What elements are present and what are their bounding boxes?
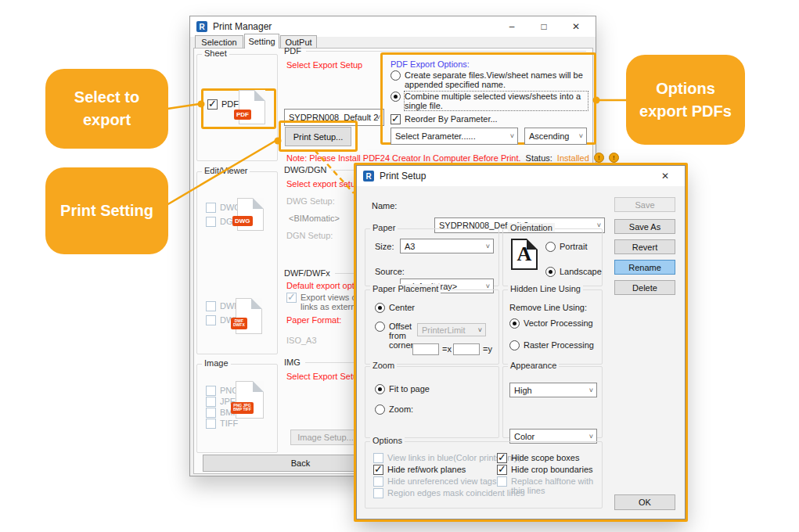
warning-icon[interactable]: ! [594,153,604,163]
hide-ref-planes-checkbox[interactable] [373,465,383,475]
source-label: Source: [375,267,405,276]
pdf-file-icon: PDF [239,90,265,124]
hide-ref-planes-label: Hide ref/work planes [387,465,466,474]
reorder-checkbox-row[interactable]: Reorder By Parameter... [391,114,588,124]
reorder-checkbox[interactable] [391,114,401,124]
offset-y-input[interactable] [453,343,480,355]
hide-view-tags-checkbox[interactable] [373,476,383,487]
save-button[interactable]: Save [614,197,675,212]
dgn-checkbox[interactable] [206,217,216,227]
maximize-icon[interactable]: □ [531,17,557,36]
sort-order-dropdown[interactable]: Ascending [524,128,587,145]
zoom-radio-row[interactable]: Zoom: [375,404,413,415]
rename-button[interactable]: Rename [614,260,675,275]
raster-processing-radio[interactable] [509,340,520,350]
replace-halftone-checkbox-row[interactable]: Replace halftone with thin lines [497,476,602,495]
portrait-radio[interactable] [545,242,556,252]
callout-select-to-export: Select to export [45,69,168,149]
fit-to-page-radio-row[interactable]: Fit to page [375,384,430,394]
portrait-radio-row[interactable]: Portrait [545,242,587,252]
ok-button[interactable]: OK [614,494,675,510]
orientation-group-label: Orientation [508,223,555,232]
close-icon[interactable]: ✕ [563,17,589,36]
png-checkbox[interactable] [206,386,216,396]
export-views-checkbox[interactable] [286,293,297,303]
paper-group: Paper Size: A3 Source: <default tray> [365,228,499,286]
appearance-group-label: Appearance [508,361,559,370]
png-checkbox-row[interactable]: PNG [206,386,239,396]
separate-files-label: Create separate files.View/sheet names w… [405,70,588,89]
vector-processing-radio-row[interactable]: Vector Processing [509,318,593,329]
pdf-checkbox-row[interactable]: PDF [207,99,239,110]
tiff-checkbox-row[interactable]: TIFF [206,419,238,429]
options-group: Options View links in blue(Color prints … [365,441,603,509]
hide-view-tags-checkbox-row[interactable]: Hide unreferenced view tags [373,476,496,487]
dialog-title: Print Setup [380,171,426,182]
dwfx-checkbox[interactable] [206,315,216,325]
print-setup-dialog-wrapper: R Print Setup ✕ Name: SYDPRN008_Default … [354,163,688,522]
status-label: Status: [526,153,552,163]
image-setup-button[interactable]: Image Setup... [290,430,361,445]
raster-processing-label: Raster Processing [524,340,594,350]
center-radio[interactable] [375,303,385,313]
hide-ref-planes-checkbox-row[interactable]: Hide ref/work planes [373,465,466,475]
tiff-checkbox[interactable] [206,419,216,429]
raster-processing-radio-row[interactable]: Raster Processing [509,340,594,350]
quality-dropdown[interactable]: High [509,383,597,397]
center-radio-row[interactable]: Center [375,303,415,313]
fit-to-page-radio[interactable] [375,384,385,394]
note-text: Note: Please Install PDF24 Creator In Co… [286,153,521,163]
dwf-checkbox-row[interactable]: DWF [206,301,239,311]
paper-format-value: ISO_A3 [286,336,317,345]
separate-files-radio-row[interactable]: Create separate files.View/sheet names w… [391,70,588,89]
delete-button[interactable]: Delete [614,280,675,295]
hide-crop-boundaries-checkbox[interactable] [497,465,507,475]
offset-radio[interactable] [375,322,385,332]
dwg-setup-label: DWG Setup: [286,196,335,206]
offset-dropdown[interactable]: PrinterLimit [417,323,486,336]
revert-button[interactable]: Revert [614,239,675,254]
offset-x-input[interactable] [412,343,439,355]
size-label: Size: [375,242,394,251]
parameter-dropdown[interactable]: Select Parameter...... [391,128,518,145]
hide-scope-boxes-checkbox-row[interactable]: Hide scope boxes [497,453,579,463]
tab-selection[interactable]: Selection [195,35,243,49]
dwg-checkbox-row[interactable]: DWG [206,203,241,213]
dwg-checkbox[interactable] [206,203,216,213]
replace-halftone-label: Replace halftone with thin lines [511,476,602,495]
pdf-checkbox[interactable] [207,99,218,110]
options-group-label: Options [370,436,405,445]
export-setup-dropdown[interactable]: SYDPRN008_Default 2 [284,109,384,126]
image-group-label: Image [202,358,231,368]
jpeg-checkbox[interactable] [206,397,216,407]
landscape-radio[interactable] [545,267,556,277]
warning-icon[interactable]: ! [609,153,619,163]
region-edges-checkbox[interactable] [373,488,383,498]
callout-print-setting: Print Setting [45,167,168,254]
dwg-file-icon: DWG [237,198,264,231]
tab-setting[interactable]: Setting [244,34,279,49]
fit-to-page-label: Fit to page [389,384,430,394]
hide-crop-boundaries-checkbox-row[interactable]: Hide crop boundaries [497,465,593,475]
close-icon[interactable]: ✕ [652,167,678,185]
edit-viewer-group-label: Edit/Viewer [202,166,250,175]
print-setup-button[interactable]: Print Setup... [285,127,351,146]
landscape-radio-row[interactable]: Landscape [545,267,602,277]
hide-scope-boxes-checkbox[interactable] [497,453,507,463]
separate-files-radio[interactable] [391,70,401,81]
minimize-icon[interactable]: – [498,17,525,36]
window-title: Print Manager [213,21,272,32]
orientation-group: Orientation A Portrait Landscape [502,228,603,286]
paper-placement-group: Paper Placement Center Offset from corne… [365,289,499,365]
replace-halftone-checkbox[interactable] [497,476,507,487]
zoom-radio[interactable] [375,404,385,415]
size-dropdown[interactable]: A3 [400,239,494,253]
combine-files-radio-row[interactable]: Combine multiple selected views/sheets i… [391,92,588,110]
bmp-checkbox[interactable] [206,408,216,418]
view-links-checkbox[interactable] [373,453,383,463]
vector-processing-radio[interactable] [509,318,520,329]
combine-files-radio[interactable] [391,92,401,102]
zoom-group: Zoom Fit to page Zoom: [365,366,499,438]
dwf-checkbox[interactable] [206,301,216,311]
save-as-button[interactable]: Save As [614,219,675,234]
